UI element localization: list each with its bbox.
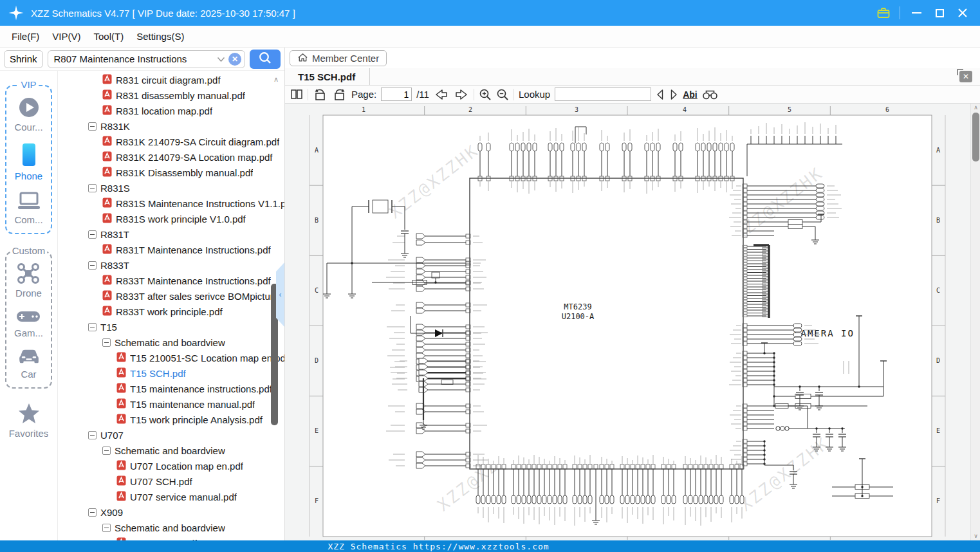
rotate-left-icon[interactable]: [313, 88, 328, 101]
svg-text:D: D: [315, 357, 319, 364]
search-combobox[interactable]: R807 Maintenance Instructions ✕: [48, 50, 245, 68]
tree-item-label: U707 SCH.pdf: [130, 476, 192, 487]
shrink-button[interactable]: Shrink: [4, 50, 43, 68]
tree-file-6[interactable]: R831K Disassembly manual.pdf: [58, 165, 284, 180]
svg-text:4: 4: [683, 106, 687, 113]
license-briefcase-icon[interactable]: [876, 6, 891, 20]
collapse-toggle-icon[interactable]: [88, 122, 97, 131]
tree-file-21[interactable]: T15 maintenance manual.pdf: [58, 396, 284, 412]
tree-file-20[interactable]: T15 maintenance instructions.pdf: [58, 381, 284, 396]
tree-file-2[interactable]: R831 location map.pdf: [58, 103, 284, 118]
svg-text:C: C: [936, 287, 940, 294]
panel-collapse-handle[interactable]: ‹: [276, 262, 284, 327]
collapse-toggle-icon[interactable]: [88, 431, 97, 439]
tree-scroll-up-icon[interactable]: ∧: [273, 76, 279, 83]
minimize-button[interactable]: [909, 6, 923, 20]
zoom-in-icon[interactable]: [479, 88, 492, 101]
tree-group-17[interactable]: Schematic and boardview: [58, 335, 284, 350]
tree-item-label: R831K 214079-SA Circuit diagram.pdf: [116, 136, 279, 147]
menu-item-settings[interactable]: Settings(S): [130, 31, 190, 42]
two-page-view-icon[interactable]: [290, 89, 303, 100]
tree-file-4[interactable]: R831K 214079-SA Circuit diagram.pdf: [58, 134, 284, 149]
zoom-out-icon[interactable]: [496, 88, 509, 101]
pdf-file-icon: [102, 105, 112, 117]
sidebar-item-phone[interactable]: Phone: [15, 143, 42, 181]
tree-group-29[interactable]: Schematic and boardview: [58, 520, 284, 535]
pdf-file-icon: [102, 167, 112, 179]
collapse-toggle-icon[interactable]: [88, 261, 97, 270]
pdf-scrollbar-thumb[interactable]: [972, 113, 979, 161]
sidebar-item-drone[interactable]: Drone: [15, 262, 42, 299]
tree-file-13[interactable]: R833T Maintenance Instructions.pdf: [58, 273, 284, 288]
collapse-toggle-icon[interactable]: [88, 508, 97, 517]
tree-group-16[interactable]: T15: [58, 319, 284, 335]
close-button[interactable]: [956, 6, 970, 20]
tree-file-19[interactable]: T15 SCH.pdf: [58, 365, 284, 381]
schematic-page[interactable]: 123456AABBCCDDEEFFXZZ@XZZHKXZZ@XZZHKXZZ@…: [285, 104, 970, 540]
pdf-canvas[interactable]: 123456AABBCCDDEEFFXZZ@XZZHKXZZ@XZZHKXZZ@…: [285, 104, 980, 540]
collapse-toggle-icon[interactable]: [102, 338, 111, 347]
sidebar-item-gam[interactable]: Gam...: [14, 309, 43, 338]
tree-file-26[interactable]: U707 SCH.pdf: [58, 474, 284, 489]
search-query[interactable]: R807 Maintenance Instructions: [54, 53, 214, 64]
tree-file-22[interactable]: T15 work principle Analysis.pdf: [58, 412, 284, 427]
tree-group-7[interactable]: R831S: [58, 180, 284, 196]
statusbar-text: XZZ Schematics https://www.xzztools.com: [328, 542, 549, 551]
tree-group-10[interactable]: R831T: [58, 226, 284, 242]
menu-item-tool[interactable]: Tool(T): [88, 31, 131, 42]
tree-file-1[interactable]: R831 disassembly manual.pdf: [58, 87, 284, 103]
find-previous-icon[interactable]: [656, 89, 665, 100]
find-next-icon[interactable]: [669, 89, 678, 100]
laptop-icon: [17, 192, 41, 213]
rotate-right-icon[interactable]: [332, 88, 347, 101]
tree-file-14[interactable]: R833T after sales serivce BOMpicture.pdf: [58, 288, 284, 304]
tree-file-27[interactable]: U707 service manual.pdf: [58, 489, 284, 504]
member-center-button[interactable]: Member Center: [290, 50, 387, 66]
collapse-toggle-icon[interactable]: [102, 446, 111, 455]
favorites-label: Favorites: [9, 428, 49, 439]
tree-file-30[interactable]: X909 SCH1.pdf: [58, 535, 284, 540]
tab-t15-sch[interactable]: T15 SCH.pdf: [285, 68, 370, 85]
clear-search-icon[interactable]: ✕: [228, 53, 241, 66]
close-tab-icon[interactable]: ✕: [959, 71, 972, 82]
lookup-input[interactable]: [555, 87, 651, 101]
collapse-toggle-icon[interactable]: [88, 230, 97, 239]
menu-item-file[interactable]: File(F): [5, 31, 46, 42]
page-number-input[interactable]: [381, 87, 412, 101]
sidebar-item-com[interactable]: Com...: [14, 192, 42, 225]
tree-file-9[interactable]: R831S work principle V1.0.pdf: [58, 211, 284, 226]
prev-page-icon[interactable]: [434, 88, 449, 101]
menu-item-vip[interactable]: VIP(V): [46, 31, 87, 42]
tree-file-25[interactable]: U707 Location map en.pdf: [58, 458, 284, 474]
maximize-button[interactable]: [932, 6, 947, 20]
tree-group-24[interactable]: Schematic and boardview: [58, 443, 284, 458]
tree-group-12[interactable]: R833T: [58, 257, 284, 273]
collapse-toggle-icon[interactable]: [88, 323, 97, 331]
tree-file-15[interactable]: R833T work principle.pdf: [58, 304, 284, 319]
pdf-file-icon: [116, 367, 126, 380]
sidebar-item-cour[interactable]: Cour...: [14, 97, 42, 133]
tree-group-23[interactable]: U707: [58, 427, 284, 443]
scroll-down-icon[interactable]: ∨: [971, 533, 980, 539]
binoculars-icon[interactable]: [702, 89, 718, 100]
sidebar-item-favorites[interactable]: Favorites: [9, 403, 49, 439]
tree-file-8[interactable]: R831S Maintenance Instructions V1.1.pdf: [58, 196, 284, 211]
chevron-down-icon[interactable]: [217, 53, 225, 64]
tree-file-18[interactable]: T15 210051-SC Location map en.pdf: [58, 350, 284, 365]
tree-file-11[interactable]: R831T Maintenance Instructions.pdf: [58, 242, 284, 257]
next-page-icon[interactable]: [454, 88, 469, 101]
match-case-button[interactable]: Abi: [683, 89, 698, 100]
tree-item-label: U707 Location map en.pdf: [130, 461, 243, 472]
tree-group-28[interactable]: X909: [58, 504, 284, 520]
pdf-scrollbar[interactable]: ∧ ∨: [970, 104, 980, 540]
sidebar-item-car[interactable]: Car: [17, 349, 41, 380]
pdf-file-icon: [116, 352, 126, 364]
tree-group-3[interactable]: R831K: [58, 118, 284, 134]
scroll-up-icon[interactable]: ∧: [971, 105, 980, 111]
collapse-toggle-icon[interactable]: [102, 524, 111, 532]
pdf-file-icon: [102, 136, 112, 148]
tree-file-0[interactable]: R831 circuit diagram.pdf: [58, 72, 284, 87]
search-button[interactable]: [250, 50, 281, 69]
collapse-toggle-icon[interactable]: [88, 184, 97, 192]
tree-file-5[interactable]: R831K 214079-SA Location map.pdf: [58, 149, 284, 165]
